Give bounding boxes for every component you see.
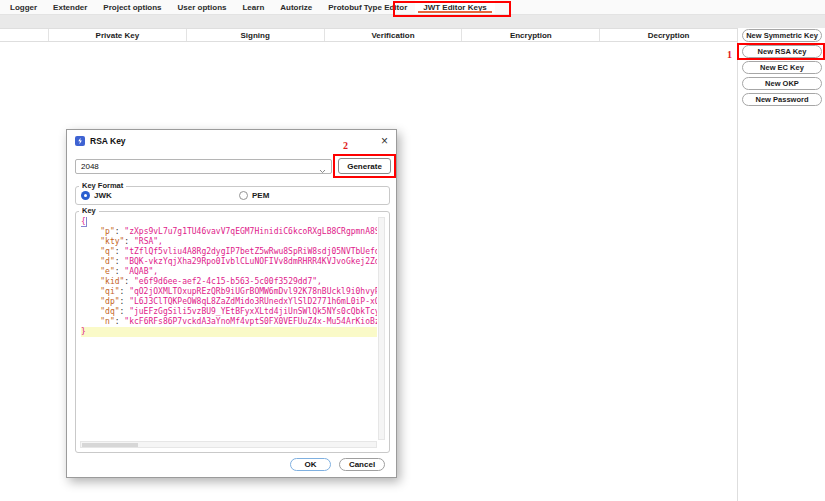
annotation-step-1: 1: [727, 49, 732, 60]
column-header-select: [0, 29, 48, 41]
json-line: "d": "BQK-vkzYqjXha29Rpo0IvblCLuNOFIVv8d…: [81, 257, 377, 267]
json-line: "n": "kcF6RFs86P7vckdA3aYnoMf4vptS0FX0VE…: [81, 317, 377, 327]
tab-learn[interactable]: Learn: [234, 0, 272, 14]
new-password-button[interactable]: New Password: [742, 93, 822, 106]
cancel-button[interactable]: Cancel: [339, 458, 385, 471]
dialog-title: RSA Key: [90, 136, 126, 146]
new-okp-button[interactable]: New OKP: [742, 77, 822, 90]
key-json-code: {"p": "zXps9vL7u7g1TU46vavV7qEGM7HinidiC…: [81, 217, 377, 440]
column-header-decryption: Decryption: [599, 29, 737, 41]
new-symmetric-key-button[interactable]: New Symmetric Key: [742, 29, 822, 42]
key-format-legend: Key Format: [79, 181, 126, 190]
column-header-signing: Signing: [186, 29, 324, 41]
new-ec-key-button[interactable]: New EC Key: [742, 61, 822, 74]
key-legend: Key: [79, 206, 99, 215]
json-line: "kid": "e6f9d6ee-aef2-4c15-b563-5c00f352…: [81, 277, 377, 287]
jwt-editor-icon: [75, 136, 85, 146]
key-format-option-jwk[interactable]: JWK: [81, 191, 112, 200]
burp-suite-window: LoggerExtenderProject optionsUser option…: [0, 0, 825, 501]
tab-logger[interactable]: Logger: [2, 0, 45, 14]
panel-divider: [737, 28, 738, 501]
tab-autorize[interactable]: Autorize: [272, 0, 320, 14]
json-line: "e": "AQAB",: [81, 267, 377, 277]
vertical-scrollbar[interactable]: [378, 217, 385, 440]
tab-protobuf-type-editor[interactable]: Protobuf Type Editor: [320, 0, 415, 14]
radio-selected-icon[interactable]: [81, 191, 90, 200]
column-header-encryption: Encryption: [461, 29, 599, 41]
key-json-editor[interactable]: {"p": "zXps9vL7u7g1TU46vavV7qEGM7HinidiC…: [78, 215, 387, 450]
close-icon[interactable]: ×: [381, 136, 388, 146]
json-line: }: [81, 327, 377, 337]
annotation-step-2: 2: [343, 140, 348, 151]
json-line: "dq": "juEFzGgSili5vzBU9_YEtBFyxXLtd4jiU…: [81, 307, 377, 317]
key-size-select[interactable]: 2048: [75, 159, 332, 174]
new-rsa-key-button[interactable]: New RSA Key: [742, 45, 822, 58]
json-line: "q": "tZflQf5vliu4A8Rg2dygIP7betZ5wRwu8S…: [81, 247, 377, 257]
subtab-strip: [0, 15, 825, 28]
key-size-value: 2048: [81, 162, 99, 171]
chevron-down-icon: [319, 165, 326, 178]
radio-label: JWK: [94, 191, 112, 200]
tab-user-options[interactable]: User options: [170, 0, 235, 14]
key-format-option-pem[interactable]: PEM: [239, 191, 269, 200]
radio-unselected-icon[interactable]: [239, 191, 248, 200]
tab-jwt-editor-keys[interactable]: JWT Editor Keys: [415, 0, 495, 14]
ok-button[interactable]: OK: [290, 458, 331, 471]
key-table-header: Private KeySigningVerificationEncryption…: [0, 28, 737, 42]
tab-bar: LoggerExtenderProject optionsUser option…: [0, 0, 825, 15]
column-header-verification: Verification: [324, 29, 462, 41]
key-group: {"p": "zXps9vL7u7g1TU46vavV7qEGM7HinidiC…: [75, 211, 390, 453]
column-header-private-key: Private Key: [48, 29, 186, 41]
horizontal-scrollbar-thumb[interactable]: [82, 443, 138, 447]
json-line: "dp": "L6J3ClTQKPeOW8qL8ZaZdMido3RUnedxY…: [81, 297, 377, 307]
json-line: "p": "zXps9vL7u7g1TU46vavV7qEGM7HinidiC6…: [81, 227, 377, 237]
radio-label: PEM: [252, 191, 269, 200]
tab-extender[interactable]: Extender: [45, 0, 95, 14]
json-line: "qi": "qO2jOXMLTOxupREzQRb9iUGrBOMW6mDvl…: [81, 287, 377, 297]
generate-button[interactable]: Generate: [338, 158, 391, 174]
json-line: "kty": "RSA",: [81, 237, 377, 247]
side-button-panel: New Symmetric KeyNew RSA KeyNew EC KeyNe…: [742, 29, 824, 109]
horizontal-scrollbar[interactable]: [80, 441, 377, 448]
tab-project-options[interactable]: Project options: [95, 0, 169, 14]
rsa-key-dialog: RSA Key × 2048 Generate 2 Key Format JWK…: [66, 129, 397, 478]
json-line: {: [81, 217, 377, 227]
